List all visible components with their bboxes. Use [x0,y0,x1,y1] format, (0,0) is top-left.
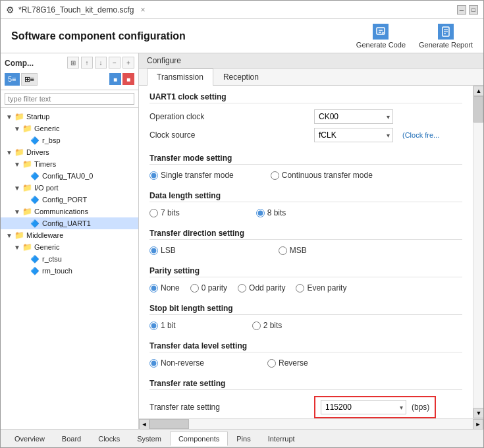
scroll-thumb[interactable] [473,96,483,123]
scroll-down-btn[interactable]: ▼ [473,408,483,418]
tree-label-rmtouch: rm_touch [42,267,72,275]
tree-item-rctsu[interactable]: 🔷 r_ctsu [1,253,138,265]
main-panel: Configure Transmission Reception UART1 c… [139,53,483,429]
tree-arrow-middleware: ▼ [6,232,14,239]
folder-icon-mw-generic: 📁 [22,242,32,252]
hscroll-thumb[interactable] [149,419,189,429]
sidebar-icon-2[interactable]: ↑ [81,57,93,69]
radio-continuous-transfer[interactable]: Continuous transfer mode [271,171,373,180]
tree-item-rmtouch[interactable]: 🔷 rm_touch [1,265,138,277]
transfer-rate-select[interactable]: 115200 9600 19200 38400 57600 [321,400,406,414]
tree-item-rbsp[interactable]: 🔷 r_bsp [1,134,138,146]
maximize-btn[interactable]: □ [469,5,478,14]
generate-code-action[interactable]: Generate Code [356,24,406,49]
uart-clock-title: UART1 clock setting [149,92,462,103]
bottom-tab-components[interactable]: Components [170,432,228,446]
radio-1bit-label: 1 bit [161,321,176,330]
horizontal-scrollbar: ◄ ► [139,418,483,429]
clock-source-select[interactable]: fCLK fIH fIM [314,128,393,142]
transfer-rate-section: Transfer rate setting Transfer rate sett… [149,379,462,418]
generate-code-label: Generate Code [356,41,406,49]
tree-item-middleware[interactable]: ▼ 📁 Middleware [1,229,138,241]
stop-bit-title: Stop bit length setting [149,304,462,315]
operation-clock-select[interactable]: CK00 CK01 CK10 CK11 [314,109,393,124]
sidebar-icon-4[interactable]: − [109,57,121,69]
radio-none-parity[interactable]: None [149,283,180,293]
radio-single-transfer[interactable]: Single transfer mode [149,171,234,180]
stop-bit-row: 1 bit 2 bits [149,319,462,332]
folder-icon-ioport: 📁 [22,182,32,193]
bottom-tab-board[interactable]: Board [53,432,90,446]
radio-msb[interactable]: MSB [279,246,307,255]
hscroll-right-btn[interactable]: ► [473,419,483,430]
sidebar: Comp... ⊞ ↑ ↓ − + 5≡ ⊞≡ ■ ■ [1,53,139,429]
radio-2bits-label: 2 bits [263,321,282,330]
transfer-mode-title: Transfer mode setting [149,154,462,165]
transfer-rate-label: Transfer rate setting [149,403,314,412]
tree-item-timers[interactable]: ▼ 📁 Timers [1,158,138,170]
tree-item-tau[interactable]: 🔷 Config_TAU0_0 [1,170,138,182]
transfer-direction-radio-group: LSB MSB [149,246,307,255]
radio-2bits[interactable]: 2 bits [252,321,282,330]
tree-label-drivers: Drivers [26,148,49,156]
radio-7bits[interactable]: 7 bits [149,208,180,217]
tree-arrow-mw-generic: ▼ [14,244,22,251]
tab-reception[interactable]: Reception [213,69,269,85]
page-title: Software component configuration [11,30,186,42]
tree-arrow-timers: ▼ [14,161,22,168]
transfer-rate-title: Transfer rate setting [149,379,462,390]
sidebar-tab-1[interactable]: 5≡ [5,73,20,86]
radio-even-parity[interactable]: Even parity [296,283,346,293]
tree-label-generic: Generic [34,125,60,132]
minimize-btn[interactable]: ─ [457,5,466,14]
sidebar-icon-5[interactable]: + [122,57,134,69]
tree-item-uart1[interactable]: 🔷 Config_UART1 [1,217,138,229]
clock-source-control: fCLK fIH fIM (Clock fre... [314,128,439,142]
bottom-tab-pins[interactable]: Pins [228,432,259,446]
radio-even-parity-label: Even parity [307,283,346,293]
radio-reverse[interactable]: Reverse [267,358,308,368]
tree-item-drivers[interactable]: ▼ 📁 Drivers [1,146,138,158]
tree-item-comms[interactable]: ▼ 📁 Communications [1,206,138,217]
transfer-direction-title: Transfer direction setting [149,229,462,240]
component-tree: ▼ 📁 Startup ▼ 📁 Generic 🔷 r_bsp [1,108,138,429]
tree-item-startup[interactable]: ▼ 📁 Startup [1,111,138,123]
bottom-tab-overview[interactable]: Overview [6,432,53,446]
radio-0-parity[interactable]: 0 parity [190,283,227,293]
bottom-tab-interrupt[interactable]: Interrupt [259,432,304,446]
app-icon: ⚙ [6,5,14,15]
operation-clock-dropdown-wrapper: CK00 CK01 CK10 CK11 [314,109,393,124]
radio-non-reverse[interactable]: Non-reverse [149,358,204,368]
radio-odd-parity[interactable]: Odd parity [238,283,285,293]
radio-8bits[interactable]: 8 bits [256,208,286,217]
filter-input[interactable] [5,93,134,105]
bottom-tab-clocks[interactable]: Clocks [90,432,128,446]
sidebar-icon-3[interactable]: ↓ [95,57,107,69]
transfer-rate-row: Transfer rate setting 115200 9600 19200 … [149,394,462,418]
sidebar-tab-2[interactable]: ⊞≡ [21,73,38,86]
folder-icon-startup: 📁 [14,111,24,122]
transfer-rate-dropdown-wrapper: 115200 9600 19200 38400 57600 [321,400,406,414]
generate-report-action[interactable]: Generate Report [419,24,473,49]
tab-transmission[interactable]: Transmission [147,69,213,86]
sidebar-icon-group: ⊞ ↑ ↓ − + [67,57,134,69]
settings-area: UART1 clock setting Operation clock CK00… [139,86,473,418]
tree-item-ioport[interactable]: ▼ 📁 I/O port [1,182,138,194]
tree-label-ioport: I/O port [34,184,59,192]
sidebar-color-1[interactable]: ■ [109,73,121,85]
sidebar-icon-1[interactable]: ⊞ [67,57,79,69]
hscroll-left-btn[interactable]: ◄ [139,419,149,430]
tree-item-port[interactable]: 🔷 Config_PORT [1,194,138,206]
sidebar-color-2[interactable]: ■ [122,73,134,85]
bottom-tab-system[interactable]: System [128,432,170,446]
radio-non-reverse-label: Non-reverse [161,358,204,368]
folder-icon-timers: 📁 [22,159,32,169]
radio-lsb[interactable]: LSB [149,246,176,255]
tree-item-generic[interactable]: ▼ 📁 Generic [1,123,138,134]
tree-arrow-ioport: ▼ [14,184,22,192]
tree-item-mw-generic[interactable]: ▼ 📁 Generic [1,241,138,253]
scroll-track [473,96,483,408]
scroll-up-btn[interactable]: ▲ [473,86,483,96]
radio-1bit[interactable]: 1 bit [149,321,176,330]
tab-close-btn[interactable]: × [140,5,145,14]
